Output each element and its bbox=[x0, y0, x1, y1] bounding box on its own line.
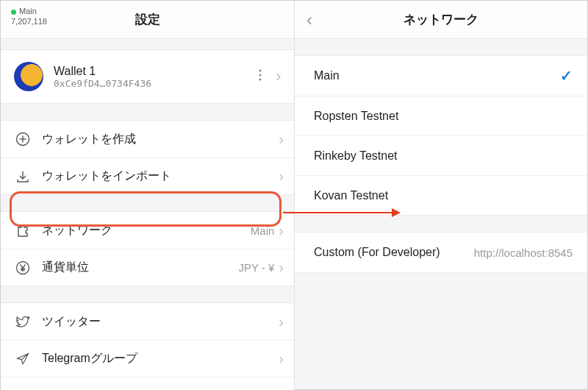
wallet-info: Wallet 1 0xCe9fD4…0734F436 bbox=[54, 65, 251, 89]
network-label: Main bbox=[314, 69, 560, 82]
custom-network-group: Custom (For Developer) http://localhost:… bbox=[295, 232, 587, 273]
row-label: ウォレットをインポート bbox=[42, 169, 279, 184]
row-currency[interactable]: 通貨単位 JPY - ¥ › bbox=[1, 249, 294, 286]
network-header: ‹ ネットワーク bbox=[295, 1, 587, 39]
network-item-ropsten[interactable]: Ropsten Testnet bbox=[295, 96, 587, 135]
chevron-right-icon: › bbox=[279, 131, 284, 148]
download-icon bbox=[14, 168, 32, 185]
wallet-address: 0xCe9fD4…0734F436 bbox=[54, 78, 251, 89]
network-label: Custom (For Developer) bbox=[314, 246, 474, 259]
chevron-right-icon: › bbox=[279, 387, 284, 390]
network-label: Rinkeby Testnet bbox=[314, 149, 573, 163]
row-label: ツイッター bbox=[42, 314, 279, 330]
puzzle-icon bbox=[14, 221, 32, 239]
chevron-right-icon: › bbox=[279, 350, 284, 367]
row-twitter[interactable]: ツイッター › bbox=[1, 303, 294, 340]
wallet-actions-group: ウォレットを作成 › ウォレットをインポート › bbox=[1, 120, 294, 195]
network-label: Kovan Testnet bbox=[314, 189, 573, 202]
telegram-icon bbox=[14, 350, 32, 368]
network-value: http://localhost:8545 bbox=[474, 247, 573, 259]
network-item-rinkeby[interactable]: Rinkeby Testnet bbox=[295, 135, 587, 175]
status-corner: Main 7,207,118 bbox=[11, 7, 47, 27]
wallet-card[interactable]: Wallet 1 0xCe9fD4…0734F436 › bbox=[1, 49, 294, 104]
row-import-wallet[interactable]: ウォレットをインポート › bbox=[1, 157, 294, 194]
settings-group: ネットワーク Main › 通貨単位 JPY - ¥ › bbox=[1, 211, 294, 286]
settings-pane: Main 7,207,118 設定 Wallet 1 0xCe9fD4…0734… bbox=[1, 1, 295, 389]
yen-circle-icon bbox=[14, 259, 32, 277]
row-value: JPY - ¥ bbox=[238, 261, 274, 274]
network-item-custom[interactable]: Custom (For Developer) http://localhost:… bbox=[295, 233, 587, 272]
row-medium[interactable]: Mediumチュートリアル › bbox=[1, 377, 294, 390]
chevron-right-icon: › bbox=[279, 222, 284, 239]
network-title: ネットワーク bbox=[404, 11, 478, 28]
settings-header: Main 7,207,118 設定 bbox=[1, 1, 294, 39]
status-dot-icon bbox=[11, 10, 16, 15]
network-pane: ‹ ネットワーク Main ✓ Ropsten Testnet Rinkeby … bbox=[295, 1, 587, 389]
network-item-main[interactable]: Main ✓ bbox=[295, 56, 587, 96]
row-label: ウォレットを作成 bbox=[42, 132, 279, 147]
row-telegram[interactable]: Telegramグループ › bbox=[1, 340, 294, 377]
network-list: Main ✓ Ropsten Testnet Rinkeby Testnet K… bbox=[295, 55, 587, 216]
row-label: 通貨単位 bbox=[42, 260, 238, 275]
chevron-right-icon: › bbox=[273, 67, 284, 86]
svg-point-2 bbox=[259, 78, 261, 80]
row-label: Telegramグループ bbox=[42, 351, 279, 366]
back-button[interactable]: ‹ bbox=[306, 11, 312, 29]
row-network[interactable]: ネットワーク Main › bbox=[1, 212, 294, 249]
status-block-number: 7,207,118 bbox=[11, 17, 47, 27]
row-label: ネットワーク bbox=[42, 223, 251, 238]
check-icon: ✓ bbox=[560, 67, 573, 85]
settings-title: 設定 bbox=[135, 11, 160, 28]
network-label: Ropsten Testnet bbox=[314, 110, 573, 123]
twitter-icon bbox=[14, 313, 32, 330]
row-value: Main bbox=[251, 224, 275, 237]
svg-point-0 bbox=[259, 69, 261, 71]
wallet-name: Wallet 1 bbox=[54, 65, 251, 78]
chevron-right-icon: › bbox=[279, 313, 284, 330]
network-item-kovan[interactable]: Kovan Testnet bbox=[295, 175, 587, 215]
chevron-right-icon: › bbox=[279, 168, 284, 185]
wallet-more-button[interactable] bbox=[251, 69, 269, 85]
row-create-wallet[interactable]: ウォレットを作成 › bbox=[1, 121, 294, 157]
links-group: ツイッター › Telegramグループ › Mediumチュートリアル › bbox=[1, 302, 294, 390]
svg-point-1 bbox=[259, 74, 261, 76]
status-network: Main bbox=[19, 7, 37, 15]
plus-circle-icon bbox=[14, 130, 32, 148]
wallet-avatar-icon bbox=[14, 62, 43, 91]
medium-icon bbox=[14, 387, 32, 391]
chevron-right-icon: › bbox=[279, 259, 284, 276]
